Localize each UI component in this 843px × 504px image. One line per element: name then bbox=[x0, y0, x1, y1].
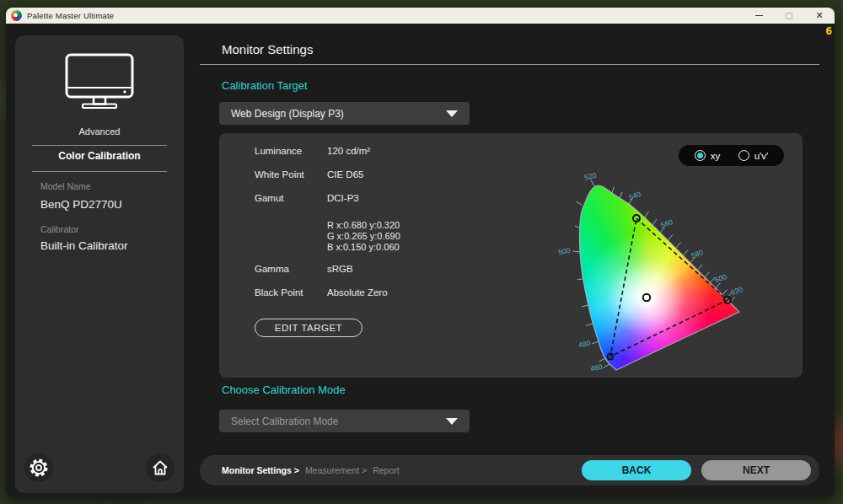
wavelength-label: 580 bbox=[690, 248, 705, 260]
maximize-button[interactable] bbox=[784, 10, 794, 22]
chromaticity-overlay: 520 540 560 580 600 620 500 480 460 bbox=[552, 165, 797, 376]
minimize-button[interactable] bbox=[754, 10, 764, 22]
gear-icon bbox=[28, 457, 50, 479]
black-point-label: Black Point bbox=[255, 287, 303, 298]
black-point-value: Absolute Zero bbox=[327, 287, 388, 298]
wavelength-label: 620 bbox=[730, 285, 744, 297]
titlebar: Palette Master Ultimate ✕ bbox=[6, 8, 835, 24]
white-point-row: White Point CIE D65 bbox=[255, 169, 304, 180]
next-button[interactable]: NEXT bbox=[701, 460, 811, 480]
radio-uv-circle bbox=[738, 150, 749, 161]
coordinate-system-toggle: xy u'v' bbox=[679, 145, 784, 166]
close-button[interactable]: ✕ bbox=[814, 10, 824, 22]
radio-xy[interactable]: xy bbox=[695, 150, 721, 161]
gamma-label: Gamma bbox=[255, 264, 289, 274]
client-area: Advanced Color Calibration Model Name Be… bbox=[6, 24, 835, 497]
close-icon: ✕ bbox=[815, 11, 823, 20]
gamma-row: Gamma sRGB bbox=[255, 264, 289, 274]
wavelength-label: 460 bbox=[590, 362, 604, 373]
luminance-value: 120 cd/m² bbox=[327, 146, 370, 156]
radio-xy-label: xy bbox=[711, 151, 721, 161]
gamut-row: Gamut DCI-P3 bbox=[255, 193, 284, 203]
minimize-icon bbox=[755, 15, 763, 16]
calibration-mode-dropdown[interactable]: Select Calibration Mode bbox=[219, 410, 470, 432]
gamut-blue-coord: B x:0.150 y:0.060 bbox=[327, 242, 400, 253]
wavelength-label: 560 bbox=[660, 217, 674, 229]
sidebar-mode-label: Advanced bbox=[32, 126, 167, 146]
calibrator-caption: Calibrator bbox=[40, 224, 79, 234]
page-title: Monitor Settings bbox=[222, 42, 313, 56]
white-point-marker bbox=[643, 294, 650, 301]
white-point-value: CIE D65 bbox=[327, 169, 363, 180]
gamut-red-coord: R x:0.680 y:0.320 bbox=[327, 220, 400, 231]
chevron-down-icon bbox=[446, 418, 458, 425]
calibration-target-dropdown[interactable]: Web Design (Display P3) bbox=[219, 102, 470, 125]
overlay-counter: 6 bbox=[825, 24, 832, 37]
page-header: Monitor Settings bbox=[200, 24, 819, 65]
breadcrumb-measurement: Measurement > bbox=[305, 465, 367, 475]
footer-bar: Monitor Settings > Measurement > Report … bbox=[200, 455, 819, 485]
settings-button[interactable] bbox=[24, 453, 53, 482]
sidebar-section-color-calibration: Color Calibration bbox=[32, 150, 167, 172]
edit-target-button[interactable]: EDIT TARGET bbox=[255, 319, 362, 337]
app-window: Palette Master Ultimate ✕ 6 bbox=[6, 8, 835, 497]
gamut-green-coord: G x:0.265 y:0.690 bbox=[327, 231, 400, 242]
wavelength-label: 600 bbox=[714, 272, 728, 284]
radio-selected-dot bbox=[697, 153, 703, 158]
radio-uv-label: u'v' bbox=[754, 151, 769, 161]
model-name-value: BenQ PD2770U bbox=[40, 198, 122, 211]
model-name-caption: Model Name bbox=[40, 181, 91, 191]
calibration-target-selected: Web Design (Display P3) bbox=[231, 108, 344, 120]
window-title: Palette Master Ultimate bbox=[27, 11, 114, 20]
back-button[interactable]: BACK bbox=[582, 460, 691, 480]
gamut-label: Gamut bbox=[255, 193, 284, 203]
gamma-value: sRGB bbox=[327, 264, 353, 274]
radio-xy-circle bbox=[695, 150, 706, 161]
white-point-label: White Point bbox=[255, 169, 304, 180]
wavelength-label: 520 bbox=[583, 170, 597, 181]
breadcrumb-report: Report bbox=[373, 465, 400, 475]
gamut-coordinates: R x:0.680 y:0.320 G x:0.265 y:0.690 B x:… bbox=[327, 220, 400, 253]
sidebar: Advanced Color Calibration Model Name Be… bbox=[15, 35, 184, 493]
radio-uv[interactable]: u'v' bbox=[738, 150, 769, 161]
main-content: Monitor Settings Calibration Target Web … bbox=[200, 24, 819, 497]
calibration-mode-placeholder: Select Calibration Mode bbox=[231, 416, 338, 427]
target-details-panel: Luminance 120 cd/m² White Point CIE D65 … bbox=[219, 133, 803, 378]
wavelength-label: 540 bbox=[628, 190, 642, 201]
monitor-icon bbox=[59, 52, 140, 115]
gamut-value: DCI-P3 bbox=[327, 193, 359, 203]
palette-master-app-icon bbox=[11, 10, 22, 21]
wavelength-label: 480 bbox=[577, 339, 591, 350]
black-point-row: Black Point Absolute Zero bbox=[255, 287, 303, 298]
wavelength-ticks bbox=[573, 180, 735, 368]
calibration-target-label: Calibration Target bbox=[222, 79, 308, 92]
breadcrumb-monitor-settings: Monitor Settings > bbox=[222, 465, 299, 475]
calibrator-value: Built-in Calibrator bbox=[40, 239, 128, 252]
chromaticity-diagram: 520 540 560 580 600 620 500 480 460 bbox=[552, 165, 797, 376]
home-icon bbox=[150, 458, 170, 478]
luminance-label: Luminance bbox=[255, 146, 302, 156]
maximize-icon bbox=[786, 13, 792, 19]
calibration-mode-label: Choose Calibration Mode bbox=[222, 383, 346, 396]
window-controls: ✕ bbox=[754, 10, 824, 22]
home-button[interactable] bbox=[146, 453, 175, 482]
chevron-down-icon bbox=[446, 110, 458, 117]
luminance-row: Luminance 120 cd/m² bbox=[255, 146, 302, 156]
screen: Palette Master Ultimate ✕ 6 bbox=[0, 0, 843, 504]
wavelength-label: 500 bbox=[557, 246, 571, 257]
